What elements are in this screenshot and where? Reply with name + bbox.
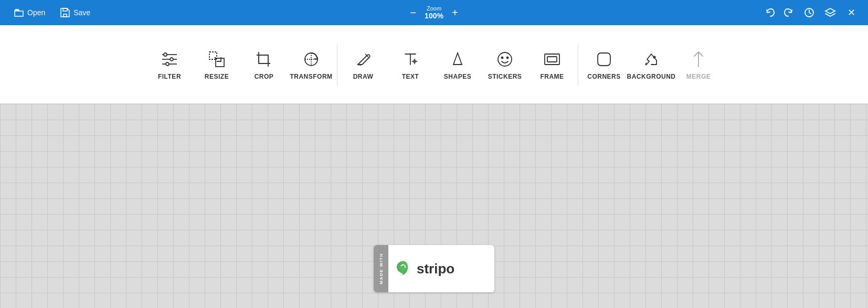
tool-background[interactable]: BACKGROUND (628, 30, 675, 99)
tool-transform[interactable]: TRANSFORM (288, 30, 335, 99)
background-label: BACKGROUND (627, 73, 676, 80)
transform-label: TRANSFORM (290, 73, 332, 80)
zoom-out-button[interactable]: − (406, 5, 420, 20)
tool-text[interactable]: TEXT (387, 30, 434, 99)
layers-icon (824, 7, 836, 18)
made-with-text: MADE WITH (379, 253, 384, 284)
open-button[interactable]: Open (8, 4, 50, 21)
shapes-label: SHAPES (444, 73, 471, 80)
svg-point-21 (498, 52, 512, 66)
badge-content: stripo (388, 259, 494, 278)
tool-crop[interactable]: CROP (240, 30, 288, 99)
filter-label: FILTER (158, 73, 181, 80)
layers-button[interactable] (822, 4, 839, 21)
stickers-icon (494, 49, 515, 70)
frame-icon (542, 49, 563, 70)
tool-resize[interactable]: RESIZE (193, 30, 240, 99)
tool-draw[interactable]: DRAW (340, 30, 387, 99)
close-icon: ✕ (848, 7, 855, 18)
svg-point-23 (507, 57, 509, 58)
resize-icon (206, 49, 227, 70)
save-label: Save (73, 8, 90, 17)
tool-merge[interactable]: MERGE (675, 30, 722, 99)
undo-icon (765, 7, 776, 18)
topbar: Open Save − Zoom 100% + (0, 0, 868, 25)
save-button[interactable]: Save (55, 4, 96, 21)
background-icon (641, 49, 662, 70)
stripo-brand: stripo (417, 261, 454, 277)
tool-filter[interactable]: FILTER (146, 30, 193, 99)
history-icon (803, 7, 815, 18)
undo-button[interactable] (762, 4, 779, 21)
svg-point-8 (164, 53, 167, 56)
stripo-logo-icon (394, 259, 412, 278)
toolbar: FILTER RESIZE CROP (0, 25, 868, 104)
svg-rect-2 (63, 8, 67, 11)
svg-line-18 (358, 65, 361, 65)
tool-corners[interactable]: CORNERS (580, 30, 628, 99)
tool-stickers[interactable]: STICKERS (481, 30, 528, 99)
crop-icon (253, 49, 274, 70)
svg-point-27 (653, 56, 656, 58)
canvas: MADE WITH stripo (0, 104, 868, 308)
badge-side: MADE WITH (374, 245, 388, 292)
zoom-value: 100% (425, 12, 443, 20)
topbar-right: ✕ (762, 4, 860, 21)
tool-frame[interactable]: FRAME (528, 30, 576, 99)
shapes-icon (447, 49, 468, 70)
merge-icon (688, 49, 709, 70)
svg-marker-4 (825, 8, 835, 14)
crop-label: CROP (255, 73, 274, 80)
corners-icon (594, 49, 615, 70)
corners-label: CORNERS (587, 73, 621, 80)
open-icon (14, 7, 24, 18)
topbar-left: Open Save (8, 4, 96, 21)
resize-label: RESIZE (205, 73, 229, 80)
redo-button[interactable] (780, 4, 797, 21)
open-label: Open (27, 8, 45, 17)
close-button[interactable]: ✕ (843, 4, 860, 21)
stickers-label: STICKERS (488, 73, 522, 80)
draw-label: DRAW (353, 73, 374, 80)
tool-shapes[interactable]: SHAPES (434, 30, 481, 99)
divider-2 (578, 44, 578, 86)
merge-label: MERGE (686, 73, 711, 80)
svg-point-9 (170, 58, 173, 61)
zoom-in-button[interactable]: + (448, 5, 462, 20)
svg-rect-14 (259, 55, 268, 63)
history-button[interactable] (801, 4, 818, 21)
filter-icon (159, 49, 180, 70)
divider-1 (337, 44, 337, 86)
svg-point-10 (166, 62, 169, 66)
redo-icon (782, 7, 794, 18)
topbar-center: − Zoom 100% + (406, 5, 462, 20)
text-icon (400, 49, 421, 70)
svg-marker-20 (453, 53, 462, 65)
zoom-label-group: Zoom 100% (425, 5, 443, 20)
stripo-badge: MADE WITH stripo (374, 245, 494, 292)
svg-point-22 (502, 57, 503, 58)
svg-rect-26 (598, 53, 610, 66)
svg-rect-12 (216, 58, 224, 67)
svg-rect-1 (63, 14, 67, 17)
save-icon (60, 7, 70, 18)
undo-redo-group (762, 4, 797, 21)
zoom-label: Zoom (425, 5, 443, 12)
svg-rect-25 (547, 57, 557, 62)
draw-icon (353, 49, 374, 70)
text-label: TEXT (402, 73, 419, 80)
transform-icon (301, 49, 322, 70)
frame-label: FRAME (540, 73, 564, 80)
